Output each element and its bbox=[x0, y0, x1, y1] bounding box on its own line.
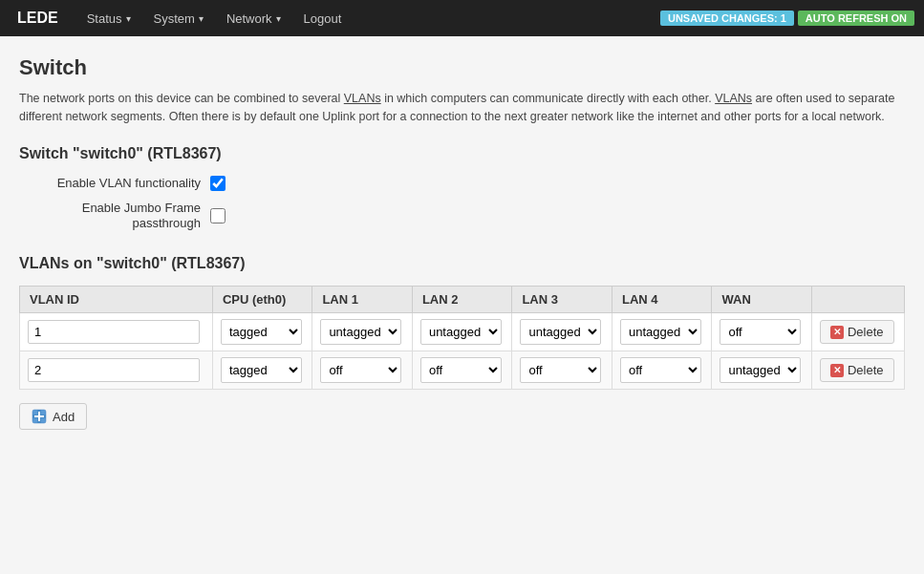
switch-section-title: Switch "switch0" (RTL8367) bbox=[19, 145, 905, 162]
lan4-select[interactable]: offuntaggedtagged bbox=[620, 319, 701, 345]
lan2-select[interactable]: offuntaggedtagged bbox=[420, 319, 502, 345]
lan3-select[interactable]: offuntaggedtagged bbox=[520, 357, 601, 383]
unsaved-changes-badge: UNSAVED CHANGES: 1 bbox=[660, 11, 794, 26]
th-lan3: LAN 3 bbox=[512, 287, 612, 313]
navbar: LEDE Status ▾ System ▾ Network ▾ Logout … bbox=[0, 0, 924, 36]
th-actions bbox=[811, 287, 904, 313]
vlan-section-title: VLANs on "switch0" (RTL8367) bbox=[19, 255, 905, 272]
nav-network[interactable]: Network ▾ bbox=[215, 0, 292, 36]
table-row: offuntaggedtaggedoffuntaggedtaggedoffunt… bbox=[20, 351, 905, 390]
brand[interactable]: LEDE bbox=[10, 10, 66, 27]
th-lan4: LAN 4 bbox=[612, 287, 712, 313]
cpu-select[interactable]: offuntaggedtagged bbox=[221, 357, 302, 383]
vlan-id-input[interactable] bbox=[28, 320, 200, 344]
th-wan: WAN bbox=[712, 287, 812, 313]
switch-section: Switch "switch0" (RTL8367) Enable VLAN f… bbox=[19, 145, 905, 233]
add-label: Add bbox=[53, 410, 75, 424]
enable-vlan-checkbox[interactable] bbox=[210, 176, 226, 191]
th-lan1: LAN 1 bbox=[312, 287, 413, 313]
delete-label: Delete bbox=[848, 363, 884, 377]
enable-vlan-label: Enable VLAN functionality bbox=[38, 176, 210, 190]
enable-vlan-row: Enable VLAN functionality bbox=[19, 176, 905, 191]
wan-select[interactable]: offuntaggedtagged bbox=[720, 357, 801, 383]
nav-status[interactable]: Status ▾ bbox=[75, 0, 142, 36]
delete-label: Delete bbox=[848, 325, 884, 339]
lan2-select[interactable]: offuntaggedtagged bbox=[420, 357, 502, 383]
delete-button[interactable]: ✕Delete bbox=[820, 358, 894, 382]
status-dropdown-icon: ▾ bbox=[126, 13, 131, 24]
table-header-row: VLAN ID CPU (eth0) LAN 1 LAN 2 LAN 3 LAN… bbox=[20, 287, 905, 313]
vlan-section: VLANs on "switch0" (RTL8367) VLAN ID CPU… bbox=[19, 255, 905, 430]
page-title: Switch bbox=[19, 55, 905, 80]
lan1-select[interactable]: offuntaggedtagged bbox=[320, 319, 401, 345]
wan-select[interactable]: offuntaggedtagged bbox=[720, 319, 801, 345]
delete-icon: ✕ bbox=[830, 326, 844, 339]
enable-jumbo-row: Enable Jumbo Frame passthrough bbox=[19, 201, 905, 233]
nav-logout[interactable]: Logout bbox=[292, 0, 354, 36]
th-lan2: LAN 2 bbox=[412, 287, 512, 313]
page-description: The network ports on this device can be … bbox=[19, 90, 905, 126]
cpu-select[interactable]: offuntaggedtagged bbox=[221, 319, 302, 345]
network-dropdown-icon: ▾ bbox=[276, 13, 281, 24]
vlan-table: VLAN ID CPU (eth0) LAN 1 LAN 2 LAN 3 LAN… bbox=[19, 286, 905, 390]
enable-jumbo-checkbox[interactable] bbox=[210, 208, 226, 223]
vlan-id-input[interactable] bbox=[28, 358, 200, 382]
auto-refresh-badge: AUTO REFRESH ON bbox=[798, 11, 914, 26]
add-icon bbox=[32, 409, 47, 424]
th-cpu: CPU (eth0) bbox=[212, 287, 312, 313]
lan4-select[interactable]: offuntaggedtagged bbox=[620, 357, 701, 383]
delete-icon: ✕ bbox=[830, 364, 844, 377]
table-row: offuntaggedtaggedoffuntaggedtaggedoffunt… bbox=[20, 313, 905, 351]
main-content: Switch The network ports on this device … bbox=[0, 36, 924, 449]
th-vlan-id: VLAN ID bbox=[20, 287, 213, 313]
add-button[interactable]: Add bbox=[19, 403, 87, 430]
delete-button[interactable]: ✕Delete bbox=[820, 320, 894, 344]
enable-jumbo-label: Enable Jumbo Frame passthrough bbox=[38, 201, 210, 233]
nav-system[interactable]: System ▾ bbox=[142, 0, 215, 36]
lan1-select[interactable]: offuntaggedtagged bbox=[320, 357, 401, 383]
lan3-select[interactable]: offuntaggedtagged bbox=[520, 319, 601, 345]
system-dropdown-icon: ▾ bbox=[199, 13, 204, 24]
